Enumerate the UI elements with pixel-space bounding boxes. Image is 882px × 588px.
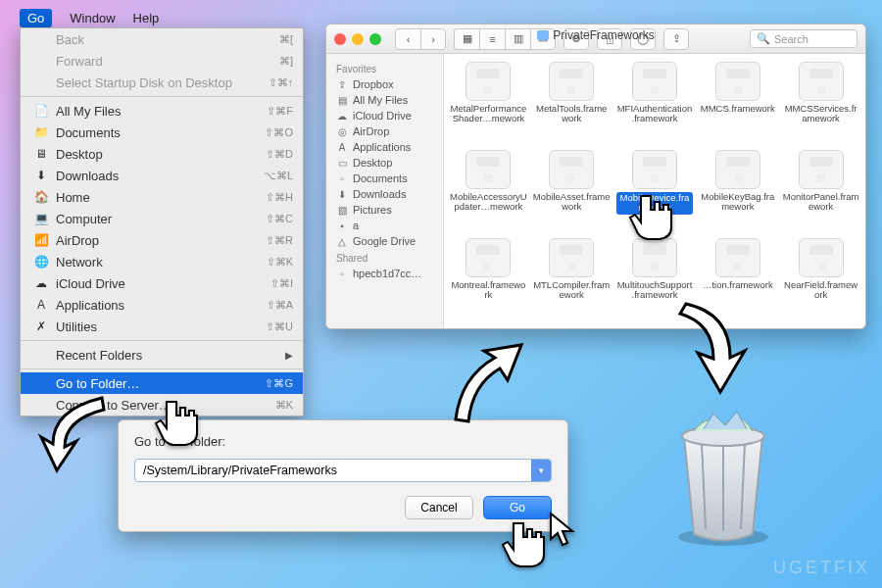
go-recent-folders[interactable]: Recent Folders▶ [21, 344, 303, 366]
framework-icon [799, 150, 844, 189]
sidebar-item-2[interactable]: ☁iCloud Drive [330, 108, 439, 123]
go-connect-server[interactable]: Connect to Server…⌘K [21, 394, 303, 416]
sidebar-shared-header: Shared [330, 249, 439, 266]
sidebar-item-1[interactable]: ▤All My Files [330, 92, 439, 108]
chevron-down-icon[interactable]: ▾ [531, 460, 551, 481]
framework-icon [549, 238, 594, 277]
go-place-6[interactable]: 📶AirDrop⇧⌘R [21, 229, 303, 251]
framework-icon [632, 150, 677, 189]
framework-item[interactable]: NearField.framework [780, 236, 861, 322]
framework-icon [549, 150, 594, 189]
go-place-8[interactable]: ☁iCloud Drive⇧⌘I [21, 272, 303, 294]
go-place-1[interactable]: 📁Documents⇧⌘O [21, 122, 303, 143]
menubar: Go Window Help [20, 8, 159, 27]
framework-icon [632, 238, 677, 277]
finder-sidebar: Favorites ⇪Dropbox▤All My Files☁iCloud D… [326, 54, 444, 328]
sidebar-item-9[interactable]: ▪a [330, 218, 439, 233]
framework-icon [715, 62, 760, 101]
place-icon: ⬇ [32, 169, 50, 182]
menu-help[interactable]: Help [133, 11, 160, 25]
go-back: Back⌘[ [21, 28, 303, 50]
finder-titlebar: ‹› ▦ ≡ ▥ ▭ ⚙ ⍐ ◯ ⇪ PrivateFrameworks 🔍Se… [326, 24, 865, 54]
go-to-folder-dialog: Go to the folder: ▾ Cancel Go [118, 419, 568, 532]
framework-icon [466, 62, 511, 101]
menu-window[interactable]: Window [70, 11, 115, 25]
file-grid: MetalPerformanceShader…meworkMetalTools.… [444, 54, 865, 328]
go-place-9[interactable]: AApplications⇧⌘A [21, 294, 303, 316]
framework-item[interactable]: MFIAuthentication.framework [614, 60, 696, 146]
sidebar-item-0[interactable]: ⇪Dropbox [330, 76, 439, 92]
framework-icon [799, 238, 844, 277]
place-icon: 📶 [32, 233, 50, 247]
go-to-folder[interactable]: Go to Folder…⇧⌘G [21, 372, 303, 394]
framework-icon [549, 62, 594, 101]
menu-go[interactable]: Go [20, 9, 52, 27]
place-icon: 📁 [32, 125, 50, 139]
sidebar-icon: ▧ [336, 205, 348, 216]
go-place-5[interactable]: 💻Computer⇧⌘C [21, 208, 303, 229]
framework-item[interactable]: MultitouchSupport.framework [614, 236, 696, 322]
go-button[interactable]: Go [483, 496, 552, 519]
framework-item[interactable]: MobileAccessoryUpdater…mework [448, 148, 529, 234]
go-place-2[interactable]: 🖥Desktop⇧⌘D [21, 143, 303, 165]
sidebar-item-8[interactable]: ▧Pictures [330, 202, 439, 218]
go-place-10[interactable]: ✗Utilities⇧⌘U [21, 316, 303, 337]
flow-arrow-2 [431, 333, 529, 431]
framework-item[interactable]: MTLCompiler.framework [531, 236, 612, 322]
framework-item[interactable]: MMCSServices.framework [780, 60, 861, 146]
framework-icon [799, 62, 844, 101]
sidebar-icon: ▪ [336, 220, 348, 231]
sidebar-icon: ▭ [336, 158, 348, 169]
path-combobox[interactable]: ▾ [134, 459, 552, 482]
place-icon: 💻 [32, 212, 50, 225]
framework-icon [715, 150, 760, 189]
sidebar-item-7[interactable]: ⬇Downloads [330, 186, 439, 202]
sidebar-item-6[interactable]: ▫Documents [330, 171, 439, 186]
sidebar-icon: ☁ [336, 111, 348, 122]
path-input[interactable] [135, 464, 531, 477]
framework-item[interactable]: MMCS.framework [697, 60, 778, 146]
place-icon: 🌐 [32, 255, 50, 269]
sidebar-item-5[interactable]: ▭Desktop [330, 155, 439, 171]
window-title: PrivateFrameworks [326, 28, 865, 42]
framework-item[interactable]: MobileDevice.framework [614, 148, 696, 234]
sidebar-icon: ⇪ [336, 79, 348, 90]
trash-icon[interactable] [655, 382, 792, 549]
sidebar-shared-0[interactable]: ▫hpecb1d7cc… [330, 266, 439, 281]
framework-item[interactable]: MobileAsset.framework [531, 148, 612, 234]
cancel-button[interactable]: Cancel [405, 496, 473, 519]
place-icon: ☁ [32, 276, 50, 290]
go-place-7[interactable]: 🌐Network⇧⌘K [21, 251, 303, 272]
framework-icon [715, 238, 760, 277]
go-place-3[interactable]: ⬇Downloads⌥⌘L [21, 165, 303, 186]
go-place-4[interactable]: 🏠Home⇧⌘H [21, 186, 303, 208]
framework-item[interactable]: MobileKeyBag.framework [697, 148, 778, 234]
place-icon: 🖥 [32, 147, 50, 161]
framework-item[interactable]: Montreal.framework [448, 236, 529, 322]
dialog-title: Go to the folder: [134, 434, 552, 449]
sidebar-icon: ▫ [336, 269, 348, 279]
go-startup-disk: Select Startup Disk on Desktop⇧⌘↑ [21, 72, 303, 93]
framework-item[interactable]: MetalPerformanceShader…mework [448, 60, 529, 146]
framework-icon [466, 238, 511, 277]
go-menu: Back⌘[ Forward⌘] Select Startup Disk on … [20, 27, 304, 416]
sidebar-icon: ▫ [336, 173, 348, 184]
go-place-0[interactable]: 📄All My Files⇧⌘F [21, 100, 303, 122]
place-icon: 🏠 [32, 190, 50, 204]
sidebar-item-3[interactable]: ◎AirDrop [330, 123, 439, 139]
framework-item[interactable]: MetalTools.framework [531, 60, 612, 146]
sidebar-icon: △ [336, 236, 348, 247]
place-icon: A [32, 298, 50, 312]
go-forward: Forward⌘] [21, 50, 303, 72]
framework-icon [632, 62, 677, 101]
framework-item[interactable]: …tion.framework [697, 236, 778, 322]
framework-item[interactable]: MonitorPanel.framework [780, 148, 861, 234]
sidebar-icon: ▤ [336, 95, 348, 106]
framework-icon [466, 150, 511, 189]
sidebar-favorites-header: Favorites [330, 60, 439, 76]
finder-window: ‹› ▦ ≡ ▥ ▭ ⚙ ⍐ ◯ ⇪ PrivateFrameworks 🔍Se… [325, 24, 866, 329]
place-icon: ✗ [32, 319, 50, 333]
sidebar-item-4[interactable]: AApplications [330, 139, 439, 155]
sidebar-item-10[interactable]: △Google Drive [330, 233, 439, 249]
sidebar-icon: A [336, 142, 348, 153]
